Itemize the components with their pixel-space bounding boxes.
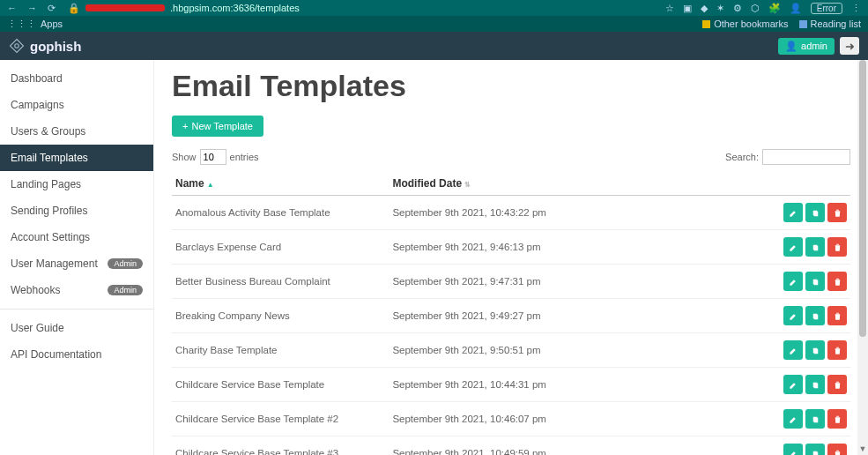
bookmarks-bar: ⋮⋮⋮ Apps Other bookmarks Reading list <box>0 16 868 32</box>
cell-name: Anomalous Activity Base Template <box>172 196 389 230</box>
sidebar-item-webhooks[interactable]: WebhooksAdmin <box>0 277 153 303</box>
pencil-icon <box>789 346 798 355</box>
ext-icon-1[interactable]: ▣ <box>683 3 692 14</box>
admin-user-button[interactable]: 👤 admin <box>778 38 835 55</box>
other-bookmarks[interactable]: Other bookmarks <box>702 19 788 29</box>
cell-modified: September 9th 2021, 9:47:31 pm <box>389 265 715 299</box>
delete-button[interactable] <box>827 375 847 394</box>
copy-button[interactable] <box>805 375 825 394</box>
admin-badge: Admin <box>108 285 143 295</box>
profile-avatar-icon[interactable]: 👤 <box>790 3 802 14</box>
extensions-puzzle-icon[interactable]: 🧩 <box>768 3 781 14</box>
copy-icon <box>811 346 820 355</box>
copy-button[interactable] <box>805 409 825 429</box>
edit-button[interactable] <box>783 306 803 325</box>
bookmark-star-icon[interactable]: ☆ <box>665 3 674 14</box>
delete-button[interactable] <box>827 203 847 222</box>
copy-button[interactable] <box>805 203 825 222</box>
sidebar-item-label: Sending Profiles <box>11 205 87 217</box>
table-row: Childcare Service Base TemplateSeptember… <box>172 368 850 402</box>
trash-icon <box>833 380 842 390</box>
reading-list-label: Reading list <box>811 19 861 29</box>
copy-icon <box>811 277 820 287</box>
delete-button[interactable] <box>827 306 847 325</box>
sidebar-item-users-groups[interactable]: Users & Groups <box>0 118 153 145</box>
pencil-icon <box>789 380 798 390</box>
sidebar-item-label: Users & Groups <box>11 125 85 138</box>
trash-icon <box>833 346 842 355</box>
ext-icon-5[interactable]: ⬡ <box>751 3 760 14</box>
copy-button[interactable] <box>805 272 825 291</box>
url-text: .hbgpsim.com:3636/templates <box>170 3 300 13</box>
sidebar-item-label: API Documentation <box>11 348 101 361</box>
cell-modified: September 9th 2021, 10:46:07 pm <box>389 402 715 436</box>
cell-name: Childcare Service Base Template #2 <box>172 402 389 436</box>
delete-button[interactable] <box>827 237 847 257</box>
edit-button[interactable] <box>783 409 803 429</box>
delete-button[interactable] <box>827 272 847 291</box>
copy-button[interactable] <box>805 306 825 325</box>
table-row: Better Business Bureau ComplaintSeptembe… <box>172 265 850 299</box>
reading-list[interactable]: Reading list <box>799 19 861 29</box>
sidebar-item-campaigns[interactable]: Campaigns <box>0 92 153 118</box>
copy-icon <box>811 242 820 252</box>
scroll-down-icon[interactable]: ▼ <box>857 444 868 453</box>
apps-shortcut[interactable]: ⋮⋮⋮ Apps <box>7 19 63 30</box>
reload-icon[interactable]: ⟳ <box>48 3 56 14</box>
back-icon[interactable]: ← <box>7 3 17 13</box>
copy-button[interactable] <box>805 237 825 257</box>
edit-button[interactable] <box>783 375 803 394</box>
ext-icon-4[interactable]: ⚙ <box>733 3 742 14</box>
copy-button[interactable] <box>805 444 825 455</box>
reading-list-icon <box>799 20 807 28</box>
pencil-icon <box>789 311 798 321</box>
search-input[interactable] <box>762 149 850 165</box>
delete-button[interactable] <box>827 409 847 429</box>
pencil-icon <box>789 242 798 252</box>
copy-button[interactable] <box>805 340 825 360</box>
admin-badge: Admin <box>108 258 143 269</box>
pencil-icon <box>789 208 798 218</box>
cell-name: Breaking Company News <box>172 299 389 333</box>
ext-icon-3[interactable]: ✶ <box>716 3 724 14</box>
error-badge[interactable]: Error <box>811 3 842 14</box>
sidebar-item-landing-pages[interactable]: Landing Pages <box>0 171 153 198</box>
col-header-modified[interactable]: Modified Date⇅ <box>389 172 715 196</box>
delete-button[interactable] <box>827 444 847 455</box>
edit-button[interactable] <box>783 444 803 455</box>
edit-button[interactable] <box>783 272 803 291</box>
cell-modified: September 9th 2021, 10:44:31 pm <box>389 368 715 402</box>
ext-icon-2[interactable]: ◆ <box>701 3 708 14</box>
cell-name: Charity Base Template <box>172 333 389 368</box>
sidebar-item-email-templates[interactable]: Email Templates <box>0 145 153 171</box>
new-template-button[interactable]: + New Template <box>172 116 263 137</box>
menu-dots-icon[interactable]: ⋮ <box>851 3 861 14</box>
scrollbar-thumb[interactable] <box>859 60 866 337</box>
lock-icon: 🔒 <box>68 3 80 14</box>
sidebar-item-api-documentation[interactable]: API Documentation <box>0 341 153 368</box>
templates-table: Name▲ Modified Date⇅ Anomalous Activity … <box>172 172 850 455</box>
edit-button[interactable] <box>783 237 803 257</box>
sidebar-item-account-settings[interactable]: Account Settings <box>0 224 153 250</box>
logout-icon: ➜ <box>845 40 855 53</box>
sidebar-item-user-guide[interactable]: User Guide <box>0 315 153 341</box>
trash-icon <box>833 208 842 218</box>
delete-button[interactable] <box>827 340 847 360</box>
sidebar-item-user-management[interactable]: User ManagementAdmin <box>0 250 153 277</box>
col-header-name[interactable]: Name▲ <box>172 172 389 196</box>
sidebar-item-label: Account Settings <box>11 231 90 243</box>
copy-icon <box>811 414 820 424</box>
address-bar[interactable]: 🔒 .hbgpsim.com:3636/templates <box>68 3 665 14</box>
trash-icon <box>833 449 842 456</box>
vertical-scrollbar[interactable]: ▼ <box>857 60 868 455</box>
edit-button[interactable] <box>783 340 803 360</box>
table-row: Breaking Company NewsSeptember 9th 2021,… <box>172 299 850 333</box>
sidebar-item-dashboard[interactable]: Dashboard <box>0 65 153 92</box>
sidebar-item-sending-profiles[interactable]: Sending Profiles <box>0 198 153 224</box>
edit-button[interactable] <box>783 203 803 222</box>
cell-modified: September 9th 2021, 10:49:59 pm <box>389 436 715 456</box>
app-logo[interactable]: gophish <box>9 38 81 54</box>
page-length-input[interactable] <box>200 149 226 165</box>
logout-button[interactable]: ➜ <box>840 37 859 55</box>
forward-icon[interactable]: → <box>27 3 37 13</box>
